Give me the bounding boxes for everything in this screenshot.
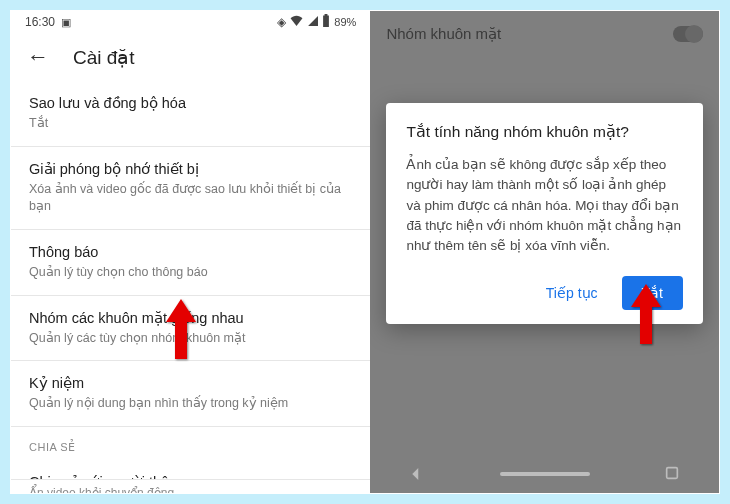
- item-free-storage[interactable]: Giải phóng bộ nhớ thiết bị Xóa ảnh và vi…: [11, 147, 370, 230]
- item-title: Nhóm các khuôn mặt giống nhau: [29, 310, 352, 326]
- phone-left: 16:30 ▣ ◈ 89% ← Cài đặt: [11, 11, 370, 493]
- item-notifications[interactable]: Thông báo Quản lý tùy chọn cho thông báo: [11, 230, 370, 296]
- settings-header: ← Cài đặt: [11, 33, 370, 81]
- battery-icon: [322, 14, 330, 30]
- item-title: Giải phóng bộ nhớ thiết bị: [29, 161, 352, 177]
- back-icon[interactable]: ←: [27, 46, 49, 68]
- item-backup[interactable]: Sao lưu và đồng bộ hóa Tắt: [11, 81, 370, 147]
- item-subtitle: Quản lý tùy chọn cho thông báo: [29, 264, 352, 281]
- phone-right: Nhóm khuôn mặt Tắt tính năng nhóm khuôn …: [370, 11, 719, 493]
- signal-icon: [307, 15, 318, 29]
- face-group-header: Nhóm khuôn mặt: [370, 11, 719, 57]
- settings-list: Sao lưu và đồng bộ hóa Tắt Giải phóng bộ…: [11, 81, 370, 493]
- dialog-scrim: Tắt tính năng nhóm khuôn mặt? Ảnh của bạ…: [370, 57, 719, 493]
- off-button[interactable]: Tắt: [622, 276, 683, 310]
- wifi-icon: [290, 15, 303, 29]
- section-share-label: CHIA SẺ: [11, 427, 370, 460]
- item-subtitle: Quản lý các tùy chọn nhóm khuôn mặt: [29, 330, 352, 347]
- confirm-dialog: Tắt tính năng nhóm khuôn mặt? Ảnh của bạ…: [386, 103, 703, 324]
- item-subtitle: Quản lý nội dung bạn nhìn thấy trong kỷ …: [29, 395, 352, 412]
- nav-back-icon[interactable]: [407, 465, 425, 483]
- dialog-buttons: Tiếp tục Tắt: [406, 276, 683, 310]
- nav-home-pill[interactable]: [500, 472, 590, 476]
- tutorial-frame: 16:30 ▣ ◈ 89% ← Cài đặt: [10, 10, 720, 494]
- face-group-toggle[interactable]: [673, 26, 703, 42]
- page-title: Cài đặt: [73, 46, 135, 69]
- status-bar: 16:30 ▣ ◈ 89%: [11, 11, 370, 33]
- item-title: Sao lưu và đồng bộ hóa: [29, 95, 352, 111]
- item-title: Thông báo: [29, 244, 352, 260]
- item-memories[interactable]: Kỷ niệm Quản lý nội dung bạn nhìn thấy t…: [11, 361, 370, 427]
- header-title: Nhóm khuôn mặt: [386, 25, 501, 43]
- item-partial: Ẩn video khỏi chuyển động: [11, 479, 370, 493]
- item-title: Kỷ niệm: [29, 375, 352, 391]
- continue-button[interactable]: Tiếp tục: [534, 277, 610, 309]
- vibrate-icon: ◈: [277, 15, 286, 29]
- dialog-body: Ảnh của bạn sẽ không được sắp xếp theo n…: [406, 155, 683, 256]
- item-face-grouping[interactable]: Nhóm các khuôn mặt giống nhau Quản lý cá…: [11, 296, 370, 362]
- status-time: 16:30: [25, 15, 55, 29]
- image-icon: ▣: [61, 16, 71, 29]
- item-subtitle: Tắt: [29, 115, 352, 132]
- battery-text: 89%: [334, 16, 356, 28]
- svg-rect-0: [667, 468, 678, 479]
- android-navbar: [370, 455, 719, 493]
- item-subtitle: Xóa ảnh và video gốc đã được sao lưu khỏ…: [29, 181, 352, 215]
- status-icons: ◈ 89%: [277, 14, 356, 30]
- nav-recent-icon[interactable]: [664, 465, 682, 483]
- dialog-title: Tắt tính năng nhóm khuôn mặt?: [406, 123, 683, 141]
